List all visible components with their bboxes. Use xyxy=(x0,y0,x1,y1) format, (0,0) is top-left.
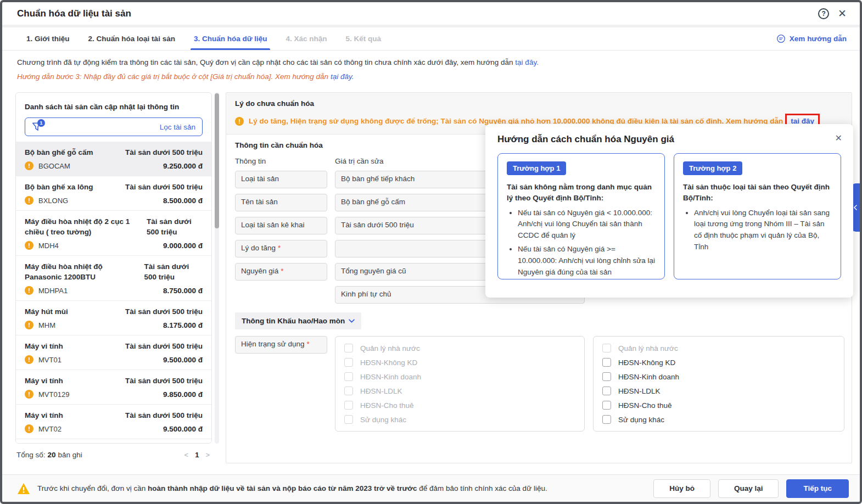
tab-chuan-hoa-du-lieu[interactable]: 3. Chuẩn hóa dữ liệu xyxy=(194,27,267,50)
total-suffix: bản ghi xyxy=(58,451,82,459)
asset-code: MDH4 xyxy=(38,242,59,250)
asset-code: MDHPA1 xyxy=(38,287,68,295)
popup-close-icon[interactable]: ✕ xyxy=(835,133,842,143)
field-label-loai-tai-san-ke-khai: Loại tài sản kê khai xyxy=(235,217,327,234)
sidebar-scrollbar xyxy=(215,92,219,444)
view-guide-link[interactable]: Xem hướng dẫn xyxy=(776,27,847,50)
asset-code: BXLONG xyxy=(38,197,68,205)
asset-value: 8.500.000 đ xyxy=(163,197,203,205)
asset-value: 9.500.000 đ xyxy=(163,425,203,433)
case-card-2: Trường hợp 2 Tài sản thuộc loại tài sản … xyxy=(674,153,841,279)
warning-icon: ! xyxy=(25,196,33,205)
asset-name: Máy vi tính xyxy=(25,341,63,351)
checkbox-hdsn-khong-kd[interactable]: HĐSN-Không KD xyxy=(602,358,835,367)
asset-type: Tài sản dưới 500 triệu xyxy=(125,147,203,158)
continue-button[interactable]: Tiếp tục xyxy=(786,479,849,498)
checkbox-hdsn-cho-thue: HĐSN-Cho thuê xyxy=(344,401,575,410)
help-icon[interactable]: ? xyxy=(818,8,829,19)
asset-list-item[interactable]: Máy điều hòa nhiệt độ Panasonic 1200BTUT… xyxy=(16,256,211,301)
checkbox-icon xyxy=(344,372,353,381)
checkbox-hdsn-cho-thue[interactable]: HĐSN-Cho thuê xyxy=(602,401,835,410)
intro-line1: Chương trình đã tự động kiểm tra thông t… xyxy=(17,58,513,66)
asset-value: 9.250.000 đ xyxy=(163,162,203,170)
reason-title: Lý do chưa chuẩn hóa xyxy=(235,99,843,108)
case-2-heading: Tài sản thuộc loại tài sản theo Quyết đị… xyxy=(683,182,832,204)
checkbox-hdsn-ldlk[interactable]: HĐSN-LDLK xyxy=(602,387,835,395)
next-page-arrow[interactable]: > xyxy=(205,451,210,459)
checkbox-icon[interactable] xyxy=(602,387,611,395)
field-label-hien-trang-su-dung: Hiện trạng sử dụng* xyxy=(235,336,327,354)
asset-list-item[interactable]: Bộ bàn ghế xa lôngTài sản dưới 500 triệu… xyxy=(16,176,211,211)
asset-code: MHM xyxy=(38,321,55,329)
case-1-bullets: Nếu tài sản có Nguyên giá < 10.000.000: … xyxy=(507,208,656,279)
view-guide-label: Xem hướng dẫn xyxy=(790,35,847,43)
checkbox-icon xyxy=(344,401,353,410)
chevron-down-icon xyxy=(349,319,355,323)
alert-triangle-icon xyxy=(17,483,30,495)
checkbox-icon xyxy=(344,387,353,395)
field-label-loai-tai-san: Loại tài sản xyxy=(235,171,327,188)
checkbox-hdsn-kinh-doanh: HĐSN-Kinh doanh xyxy=(344,372,575,381)
asset-list-item[interactable]: Máy vi tínhTài sản dưới 500 triệu ! xyxy=(16,439,211,443)
asset-list-item[interactable]: Máy vi tínhTài sản dưới 500 triệu !MVT01… xyxy=(16,335,211,370)
tab-gioi-thieu[interactable]: 1. Giới thiệu xyxy=(26,27,70,50)
asset-list-item[interactable]: Máy vi tínhTài sản dưới 500 triệu !MVT02… xyxy=(16,405,211,439)
chevron-left-icon xyxy=(854,205,857,210)
warning-icon: ! xyxy=(235,117,244,126)
asset-type: Tài sản dưới 500 triệu xyxy=(125,376,203,386)
warning-icon: ! xyxy=(25,286,33,295)
current-page[interactable]: 1 xyxy=(195,451,199,459)
checkbox-hdsn-kinh-doanh[interactable]: HĐSN-Kinh doanh xyxy=(602,372,835,381)
tabbar: 1. Giới thiệu 2. Chuẩn hóa loại tài sản … xyxy=(2,27,860,51)
checkbox-icon xyxy=(344,344,353,352)
checkbox-hdsn-ldlk: HĐSN-LDLK xyxy=(344,387,575,395)
back-button[interactable]: Quay lại xyxy=(718,479,779,498)
filter-count-badge: 1 xyxy=(37,119,45,127)
asset-list-item[interactable]: Máy điều hòa nhiệt độ 2 cục 1 chiều ( tr… xyxy=(16,211,211,256)
asset-list-item[interactable]: Máy hút mùiTài sản dưới 500 triệu !MHM8.… xyxy=(16,301,211,335)
asset-list-item[interactable]: Máy vi tínhTài sản dưới 500 triệu !MVT01… xyxy=(16,370,211,405)
asset-value: 8.175.000 đ xyxy=(163,321,203,329)
required-mark: * xyxy=(307,340,310,348)
case-2-bullet: Anh/chị vui lòng Chuyển loại tài sản san… xyxy=(694,208,832,254)
asset-value: 9.500.000 đ xyxy=(163,356,203,364)
case-1-heading: Tài sản không nằm trong danh mục quản lý… xyxy=(507,182,656,204)
pagination: < 1 > xyxy=(184,451,210,459)
asset-type: Tài sản dưới 500 triệu xyxy=(125,182,203,192)
checkbox-icon[interactable] xyxy=(602,401,611,410)
prev-page-arrow[interactable]: < xyxy=(184,451,189,459)
checkbox-icon xyxy=(602,344,611,352)
checkbox-icon[interactable] xyxy=(602,372,611,381)
depreciation-section-toggle[interactable]: Thông tin Khấu hao/Hao mòn xyxy=(235,312,361,329)
intro-line1-link[interactable]: tại đây. xyxy=(515,58,539,66)
filter-assets-button[interactable]: 1 Lọc tài sản xyxy=(25,117,203,136)
asset-name: Máy điều hòa nhiệt độ Panasonic 1200BTU xyxy=(25,261,139,282)
column-header-value: Giá trị cần sửa xyxy=(335,157,384,165)
asset-type: Tài sản dưới 500 triệu xyxy=(147,216,203,237)
field-label-nguyen-gia: Nguyên giá* xyxy=(235,263,327,281)
total-records: Tổng số: 20 bản ghi < 1 > xyxy=(15,444,212,459)
asset-list-item[interactable]: Bộ bàn ghế gỗ cấmTài sản dưới 500 triệu … xyxy=(16,142,211,176)
checkbox-icon[interactable] xyxy=(602,415,611,424)
checkbox-su-dung-khac[interactable]: Sử dụng khác xyxy=(602,415,835,424)
total-count: 20 xyxy=(48,451,56,459)
cancel-button[interactable]: Hủy bỏ xyxy=(653,479,710,498)
asset-code: MVT0129 xyxy=(38,390,69,399)
tab-chuan-hoa-loai-tai-san[interactable]: 2. Chuẩn hóa loại tài sản xyxy=(88,27,175,50)
total-label: Tổng số: xyxy=(16,451,46,459)
checkbox-icon xyxy=(344,415,353,424)
close-icon[interactable]: ✕ xyxy=(838,8,847,19)
tab-ket-qua: 5. Kết quả xyxy=(345,27,381,50)
depreciation-section-label: Thông tin Khấu hao/Hao mòn xyxy=(242,317,345,325)
intro-line2-link[interactable]: tại đây. xyxy=(331,72,354,81)
sidebar-scrollbar-thumb[interactable] xyxy=(215,93,219,228)
warning-icon: ! xyxy=(25,241,33,250)
checkbox-icon[interactable] xyxy=(602,358,611,367)
asset-list: Bộ bàn ghế gỗ cấmTài sản dưới 500 triệu … xyxy=(16,142,211,443)
asset-code: BGOCAM xyxy=(38,162,70,170)
checkbox-hdsn-khong-kd: HĐSN-Không KD xyxy=(344,358,575,367)
asset-code: MVT02 xyxy=(38,425,61,433)
asset-code: MVT01 xyxy=(38,356,61,364)
required-mark: * xyxy=(281,267,283,275)
intro-text: Chương trình đã tự động kiểm tra thông t… xyxy=(2,51,860,90)
